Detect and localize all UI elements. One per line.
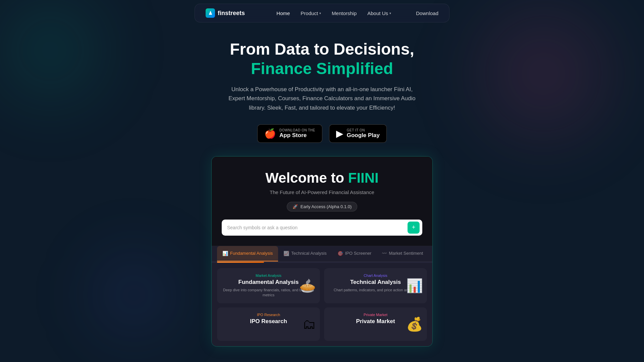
logo[interactable]: ♟ finstreets xyxy=(206,8,245,18)
card-private-market[interactable]: Private Market Private Market 💰 xyxy=(324,307,427,341)
fiini-accent: FIINI xyxy=(348,170,379,186)
google-play-icon: ▶ xyxy=(336,128,343,139)
tab-progress-bar xyxy=(212,262,432,263)
tab-fundamental-analysis[interactable]: 📊 Fundamental Analysis xyxy=(217,246,278,261)
badge-icon: 🚀 xyxy=(292,204,298,209)
card-technical-analysis[interactable]: Chart Analysis Technical Analysis Chart … xyxy=(324,268,427,303)
ipo-tab-icon: 🎯 xyxy=(337,251,343,256)
logo-icon: ♟ xyxy=(206,8,215,18)
technical-tab-icon: 📈 xyxy=(283,251,289,256)
nav-links: Home Product ▾ Mentorship About Us ▾ xyxy=(265,10,402,16)
card-category-chart: Chart Analysis xyxy=(329,274,422,278)
sentiment-tab-label: Market Sentiment xyxy=(389,251,423,256)
hero-title-accent: Finance Simplified xyxy=(251,60,393,77)
card-category-market: Market Analysis xyxy=(222,274,315,278)
technical-tab-label: Technical Analysis xyxy=(291,251,327,256)
googleplay-sub: GET IT ON xyxy=(347,128,365,132)
app-preview-card: Welcome to FIINI The Future of AI-Powere… xyxy=(211,156,433,347)
apple-icon: 🍎 xyxy=(264,128,276,139)
fundamental-tab-icon: 📊 xyxy=(222,251,228,256)
ipo-tab-label: IPO Screener xyxy=(345,251,372,256)
product-chevron-icon: ▾ xyxy=(319,11,321,15)
appstore-sub: Download on the xyxy=(279,128,315,132)
card-category-ipo: IPO Research xyxy=(222,313,315,317)
card-title-ipo: IPO Research xyxy=(222,318,315,325)
badge-text: Early Access (Alpha 0.1.0) xyxy=(301,204,352,209)
appstore-main: App Store xyxy=(279,132,307,139)
card-ipo-research[interactable]: IPO Research IPO Research 🗂 xyxy=(217,307,320,341)
navbar: ♟ finstreets Home Product ▾ Mentorship A… xyxy=(0,0,644,26)
googleplay-button[interactable]: ▶ GET IT ON Google Play xyxy=(329,124,387,143)
card-illustration-private: 💰 xyxy=(406,316,423,332)
tab-ipo-screener[interactable]: 🎯 IPO Screener xyxy=(332,246,377,261)
tab-market-sentiment[interactable]: 〰 Market Sentiment xyxy=(377,246,428,261)
search-bar[interactable]: Search symbols or ask a question + xyxy=(222,220,422,236)
appstore-button[interactable]: 🍎 Download on the App Store xyxy=(257,124,322,143)
app-welcome-heading: Welcome to FIINI xyxy=(222,170,422,186)
tab-more[interactable]: ≡ M xyxy=(428,246,432,261)
logo-text: finstreets xyxy=(218,10,245,17)
nav-download[interactable]: Download xyxy=(416,10,438,16)
nav-home[interactable]: Home xyxy=(276,10,290,16)
card-illustration-ipo: 🗂 xyxy=(303,316,316,331)
sentiment-tab-icon: 〰 xyxy=(382,251,387,256)
card-fundamental-analysis[interactable]: Market Analysis Fundamental Analysis Dee… xyxy=(217,268,320,303)
app-top-section: Welcome to FIINI The Future of AI-Powere… xyxy=(212,157,432,246)
nav-inner: ♟ finstreets Home Product ▾ Mentorship A… xyxy=(195,4,449,22)
card-illustration-technical: 📊 xyxy=(406,278,423,294)
app-tabs: 📊 Fundamental Analysis 📈 Technical Analy… xyxy=(212,246,432,262)
hero-subtitle: Unlock a Powerhouse of Productivity with… xyxy=(228,85,416,112)
app-cards-grid: Market Analysis Fundamental Analysis Dee… xyxy=(212,263,432,346)
nav-product[interactable]: Product ▾ xyxy=(301,10,321,16)
hero-section: From Data to Decisions, Finance Simplifi… xyxy=(0,26,644,347)
tab-technical-analysis[interactable]: 📈 Technical Analysis xyxy=(278,246,332,261)
nav-about[interactable]: About Us ▾ xyxy=(367,10,391,16)
app-tagline: The Future of AI-Powered Financial Assis… xyxy=(222,189,422,195)
about-chevron-icon: ▾ xyxy=(389,11,391,15)
googleplay-main: Google Play xyxy=(347,132,380,139)
nav-mentorship[interactable]: Mentorship xyxy=(332,10,357,16)
tab-progress-fill xyxy=(217,262,264,263)
hero-title: From Data to Decisions, Finance Simplifi… xyxy=(230,40,414,78)
fundamental-tab-label: Fundamental Analysis xyxy=(230,251,273,256)
search-placeholder: Search symbols or ask a question xyxy=(227,225,404,230)
early-access-badge: 🚀 Early Access (Alpha 0.1.0) xyxy=(287,202,357,212)
store-buttons: 🍎 Download on the App Store ▶ GET IT ON … xyxy=(257,124,387,143)
card-illustration-fundamental: 🥧 xyxy=(299,278,316,294)
search-button[interactable]: + xyxy=(408,222,420,234)
